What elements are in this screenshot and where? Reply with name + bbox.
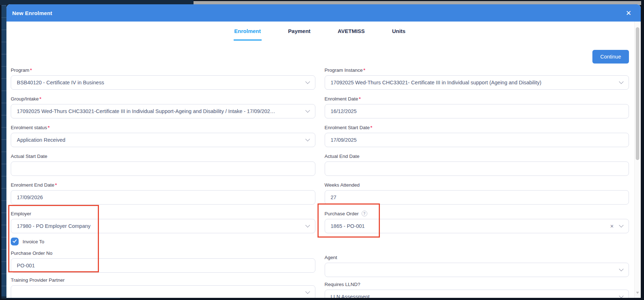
agent-label: Agent <box>325 254 629 260</box>
tab-payment[interactable]: Payment <box>287 27 311 41</box>
form-right-column: Program Instance* 17092025 Wed-Thurs CHC… <box>325 67 629 298</box>
employer-label: Employer <box>11 211 315 216</box>
required-asterisk: * <box>48 125 49 130</box>
modal-body: Enrolment Payment AVETMISS Units Continu… <box>6 22 641 298</box>
program-label: Program* <box>11 67 315 73</box>
field-enrolment-start-date: Enrolment Start Date* 17/09/2025 <box>325 125 629 147</box>
scrollbar-thumb[interactable] <box>636 27 639 160</box>
enrolment-date-label: Enrolment Date* <box>325 96 629 102</box>
actual-end-date-label: Actual End Date <box>325 153 629 159</box>
scrollbar-down-arrow-icon[interactable] <box>636 292 639 295</box>
group-intake-select[interactable]: 17092025 Wed-Thurs CHC33021-Certificate … <box>11 104 315 118</box>
program-instance-label: Program Instance* <box>325 67 629 73</box>
enrolment-start-date-label: Enrolment Start Date* <box>325 125 629 130</box>
agent-select[interactable] <box>325 263 629 277</box>
group-intake-label: Group/Intake* <box>11 96 315 102</box>
continue-row: Continue <box>11 50 629 64</box>
help-circle-icon[interactable]: ? <box>362 211 367 216</box>
actual-start-date-input[interactable] <box>11 161 315 176</box>
weeks-attended-label: Weeks Attended <box>325 182 629 188</box>
continue-button[interactable]: Continue <box>592 50 629 64</box>
form-left-column: Program* BSB40120 - Certificate IV in Bu… <box>11 67 315 298</box>
field-program: Program* BSB40120 - Certificate IV in Bu… <box>11 67 315 90</box>
purchase-order-no-input[interactable]: PO-001 <box>11 258 315 273</box>
enrolment-start-date-input[interactable]: 17/09/2025 <box>325 133 629 147</box>
enrolment-form: Program* BSB40120 - Certificate IV in Bu… <box>11 67 629 298</box>
required-asterisk: * <box>363 67 365 73</box>
required-asterisk: * <box>39 96 41 102</box>
screenshot-frame: New Enrolment ✕ Enrolment Payment AVETMI… <box>0 0 644 300</box>
chevron-down-icon <box>305 108 310 113</box>
field-enrolment-status: Enrolment status* Application Received <box>11 125 315 147</box>
field-weeks-attended: Weeks Attended 27 <box>325 182 629 205</box>
actual-end-date-input[interactable] <box>325 161 629 176</box>
invoice-to-label: Invoice To <box>23 239 44 244</box>
actual-start-date-label: Actual Start Date <box>11 153 315 159</box>
backdrop-sidebar <box>1 5 6 299</box>
close-icon[interactable]: ✕ <box>626 10 631 17</box>
field-employer: Employer 17980 - PO Employer Company <box>11 211 315 233</box>
field-program-instance: Program Instance* 17092025 Wed-Thurs CHC… <box>325 67 629 90</box>
training-provider-partner-label: Training Provider Partner <box>11 277 315 283</box>
field-enrolment-date: Enrolment Date* 16/12/2025 <box>325 96 629 118</box>
required-asterisk: * <box>30 67 32 73</box>
purchase-order-select[interactable]: 1865 - PO-001 ✕ <box>325 219 629 233</box>
tab-units[interactable]: Units <box>391 27 406 41</box>
field-actual-end-date: Actual End Date <box>325 153 629 176</box>
employer-select[interactable]: 17980 - PO Employer Company <box>11 219 315 233</box>
invoice-to-checkbox[interactable] <box>11 238 19 245</box>
weeks-attended-input[interactable]: 27 <box>325 190 629 205</box>
field-actual-start-date: Actual Start Date <box>11 153 315 176</box>
purchase-order-no-label: Purchase Order No <box>11 250 315 256</box>
field-purchase-order: Purchase Order ? 1865 - PO-001 ✕ <box>325 211 629 233</box>
chevron-down-icon <box>305 223 310 228</box>
tab-bar: Enrolment Payment AVETMISS Units <box>11 22 629 41</box>
tab-avetmiss[interactable]: AVETMISS <box>337 27 366 41</box>
tab-enrolment[interactable]: Enrolment <box>234 27 262 41</box>
modal-header: New Enrolment ✕ <box>6 4 641 22</box>
clear-x-icon[interactable]: ✕ <box>610 224 614 229</box>
required-asterisk: * <box>371 125 372 130</box>
invoice-to-row: Invoice To <box>11 238 315 245</box>
checkmark-icon <box>13 238 17 243</box>
chevron-down-icon <box>619 223 624 228</box>
enrolment-status-select[interactable]: Application Received <box>11 133 315 147</box>
enrolment-date-input[interactable]: 16/12/2025 <box>325 104 629 118</box>
field-requires-llnd: Requires LLND? LLN Assessment <box>325 281 629 298</box>
column-spacer <box>325 238 629 254</box>
field-purchase-order-no: Purchase Order No PO-001 <box>11 250 315 273</box>
vertical-scrollbar <box>634 22 640 298</box>
purchase-order-label: Purchase Order ? <box>325 211 629 216</box>
field-enrolment-end-date: Enrolment End Date* 17/09/2026 <box>11 182 315 205</box>
chevron-down-icon <box>619 79 624 84</box>
new-enrolment-modal: New Enrolment ✕ Enrolment Payment AVETMI… <box>6 4 641 298</box>
enrolment-end-date-label: Enrolment End Date* <box>11 182 315 188</box>
field-group-intake: Group/Intake* 17092025 Wed-Thurs CHC3302… <box>11 96 315 118</box>
program-select[interactable]: BSB40120 - Certificate IV in Business <box>11 75 315 90</box>
program-instance-select[interactable]: 17092025 Wed-Thurs CHC33021- Certificate… <box>325 75 629 90</box>
requires-llnd-select[interactable]: LLN Assessment <box>325 290 629 298</box>
training-provider-partner-select[interactable] <box>11 285 315 298</box>
field-agent: Agent <box>325 254 629 277</box>
requires-llnd-label: Requires LLND? <box>325 281 629 287</box>
field-training-provider-partner: Training Provider Partner <box>11 277 315 298</box>
chevron-down-icon <box>305 289 310 294</box>
chevron-down-icon <box>305 79 310 84</box>
required-asterisk: * <box>55 182 57 188</box>
chevron-down-icon <box>619 294 624 298</box>
chevron-down-icon <box>305 137 310 141</box>
required-asterisk: * <box>359 96 361 102</box>
modal-title: New Enrolment <box>12 10 52 16</box>
chevron-down-icon <box>619 267 624 271</box>
enrolment-end-date-input[interactable]: 17/09/2026 <box>11 190 315 205</box>
enrolment-status-label: Enrolment status* <box>11 125 315 130</box>
